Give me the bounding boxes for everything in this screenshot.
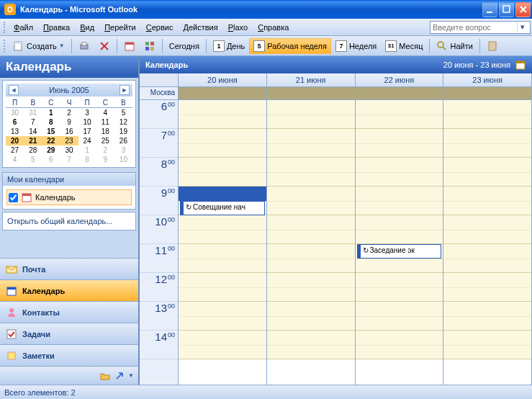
appointment[interactable]: ↻Совещание нач <box>180 201 265 215</box>
today-button[interactable]: Сегодня <box>165 38 204 54</box>
minical-day[interactable]: 11 <box>96 117 114 127</box>
minical-day[interactable]: 25 <box>96 136 114 145</box>
minical-day[interactable]: 1 <box>78 145 96 155</box>
minical-day[interactable]: 10 <box>78 117 96 127</box>
minical-day[interactable]: 2 <box>96 145 114 155</box>
day-column[interactable]: ↻Совещание нач <box>179 100 267 385</box>
day-column[interactable] <box>443 100 532 385</box>
minical-day[interactable]: 6 <box>6 117 24 127</box>
nav-notes[interactable]: Заметки <box>0 344 138 366</box>
nav-tasks[interactable]: Задачи <box>0 323 138 344</box>
minical-day[interactable]: 9 <box>96 155 114 164</box>
group-icon-button[interactable] <box>140 38 160 54</box>
minical-day[interactable]: 2 <box>60 108 78 118</box>
minical-day[interactable]: 3 <box>78 108 96 118</box>
allday-cell[interactable] <box>179 87 267 99</box>
workweek-view-button[interactable]: 5Рабочая неделя <box>249 38 331 54</box>
minical-day[interactable]: 12 <box>114 117 132 127</box>
minical-day[interactable]: 20 <box>6 136 24 145</box>
minical-day[interactable]: 22 <box>42 136 60 145</box>
open-shared-calendar-link[interactable]: Открыть общий календарь... <box>2 212 136 230</box>
minical-day[interactable]: 5 <box>24 155 42 164</box>
minical-day[interactable]: 19 <box>114 127 132 136</box>
menu-файл[interactable]: Файл <box>9 21 38 34</box>
minical-day[interactable]: 21 <box>24 136 42 145</box>
allday-cell[interactable] <box>267 87 356 99</box>
allday-cell[interactable] <box>356 87 444 99</box>
minical-day[interactable]: 4 <box>6 155 24 164</box>
next-month-button[interactable]: ► <box>120 85 130 95</box>
help-search-input[interactable] <box>430 23 517 32</box>
minical-day[interactable]: 8 <box>42 117 60 127</box>
minical-day[interactable]: 9 <box>60 117 78 127</box>
nav-calendar[interactable]: Календарь <box>0 279 138 301</box>
chevron-down-icon[interactable]: ▾ <box>517 22 527 32</box>
menu-сервис[interactable]: Сервис <box>141 21 179 34</box>
minical-day[interactable]: 10 <box>114 155 132 164</box>
minimize-button[interactable] <box>482 2 497 17</box>
menu-справка[interactable]: Справка <box>253 21 294 34</box>
day-view-button[interactable]: 1День <box>209 38 249 54</box>
minical-day[interactable]: 29 <box>42 145 60 155</box>
minical-day[interactable]: 17 <box>78 127 96 136</box>
minical-day[interactable]: 1 <box>42 108 60 118</box>
find-button[interactable]: Найти <box>432 38 477 54</box>
minical-day[interactable]: 15 <box>42 127 60 136</box>
cal-icon-button[interactable] <box>120 38 140 54</box>
month-view-button[interactable]: 31Месяц <box>381 38 427 54</box>
day-header[interactable]: 23 июня <box>443 73 532 86</box>
allday-cell[interactable] <box>443 87 532 99</box>
minical-day[interactable]: 5 <box>114 108 132 118</box>
minical-day[interactable]: 26 <box>114 136 132 145</box>
minical-day[interactable]: 28 <box>24 145 42 155</box>
minical-day[interactable]: 13 <box>6 127 24 136</box>
minical-day[interactable]: 16 <box>60 127 78 136</box>
nav-configure-button[interactable]: ▼ <box>128 372 134 379</box>
status-text: Всего элементов: 2 <box>4 388 76 397</box>
minical-day[interactable]: 8 <box>78 155 96 164</box>
prev-month-button[interactable]: ◄ <box>9 85 19 95</box>
minical-day[interactable]: 27 <box>6 145 24 155</box>
nav-mail[interactable]: Почта <box>0 258 138 279</box>
menu-вид[interactable]: Вид <box>75 21 99 34</box>
menu-перейти[interactable]: Перейти <box>99 21 141 34</box>
help-search[interactable]: ▾ <box>430 21 531 34</box>
shortcuts-icon[interactable] <box>114 370 125 382</box>
calendar-icon[interactable] <box>515 59 526 71</box>
day-column[interactable] <box>267 100 356 385</box>
minical-day[interactable]: 7 <box>24 117 42 127</box>
print-button[interactable] <box>74 38 94 54</box>
new-button[interactable]: Создать ▼ <box>9 38 69 54</box>
day-header[interactable]: 20 июня <box>179 73 267 86</box>
maximize-button[interactable] <box>499 2 514 17</box>
day-header[interactable]: 21 июня <box>267 73 356 86</box>
minical-day[interactable]: 14 <box>24 127 42 136</box>
calendar-checkbox[interactable] <box>9 193 18 202</box>
delete-button[interactable] <box>94 38 114 54</box>
folder-icon[interactable] <box>99 370 111 382</box>
close-button[interactable] <box>515 2 531 17</box>
minical-day[interactable]: 30 <box>6 108 24 118</box>
minical-day[interactable]: 4 <box>96 108 114 118</box>
minical-day[interactable]: 24 <box>78 136 96 145</box>
menu-правка[interactable]: Правка <box>38 21 75 34</box>
day-header[interactable]: 22 июня <box>356 73 444 86</box>
time-label: 600 <box>140 100 178 129</box>
svg-rect-7 <box>125 42 134 45</box>
minical-day[interactable]: 30 <box>60 145 78 155</box>
menu-plaxo[interactable]: Plaxo <box>223 21 253 34</box>
calendar-list-item[interactable]: Календарь <box>6 189 132 205</box>
minical-day[interactable]: 3 <box>114 145 132 155</box>
menu-действия[interactable]: Действия <box>178 21 222 34</box>
nav-contacts[interactable]: Контакты <box>0 301 138 323</box>
minical-day[interactable]: 23 <box>60 136 78 145</box>
week-view-button[interactable]: 7Неделя <box>331 38 381 54</box>
minical-day[interactable]: 7 <box>60 155 78 164</box>
minical-day[interactable]: 18 <box>96 127 114 136</box>
appointment[interactable]: ↻Заседание эк <box>357 244 442 259</box>
mini-calendar[interactable]: ◄ Июнь 2005 ► ПВСЧПСВ3031123456789101112… <box>2 80 136 168</box>
minical-day[interactable]: 31 <box>24 108 42 118</box>
addressbook-button[interactable] <box>482 38 502 54</box>
minical-day[interactable]: 6 <box>42 155 60 164</box>
day-column[interactable]: ↻Заседание эк <box>356 100 444 385</box>
